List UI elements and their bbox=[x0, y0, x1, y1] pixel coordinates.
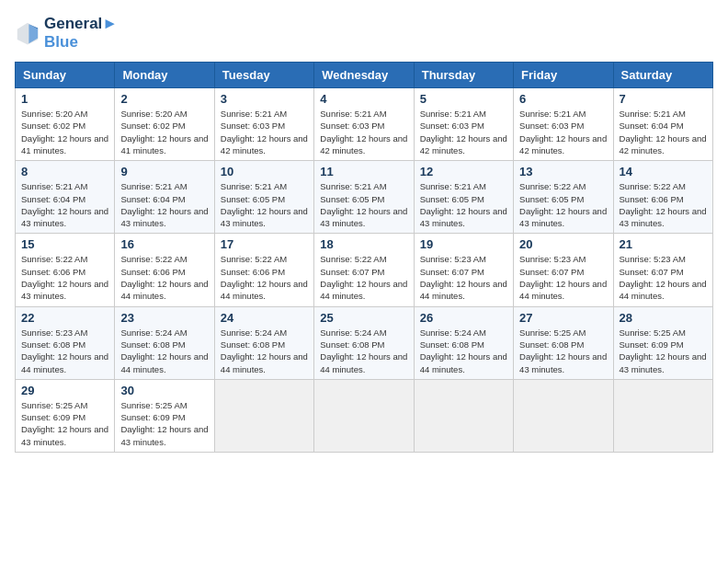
daylight-hours: Daylight: 12 hours and 42 minutes. bbox=[620, 132, 707, 157]
day-number: 30 bbox=[120, 384, 208, 397]
svg-marker-1 bbox=[28, 24, 38, 43]
day-number: 9 bbox=[120, 165, 208, 178]
daylight-hours: Daylight: 12 hours and 44 minutes. bbox=[420, 278, 507, 303]
calendar-day-cell: 7 Sunrise: 5:21 AM Sunset: 6:04 PM Dayli… bbox=[613, 88, 712, 161]
sunset-time: Sunset: 6:07 PM bbox=[320, 266, 407, 278]
calendar-day-cell: 13 Sunrise: 5:22 AM Sunset: 6:05 PM Dayl… bbox=[514, 161, 613, 234]
calendar-day-cell bbox=[214, 379, 313, 452]
calendar-day-cell: 25 Sunrise: 5:24 AM Sunset: 6:08 PM Dayl… bbox=[314, 306, 414, 379]
day-info: Sunrise: 5:21 AM Sunset: 6:04 PM Dayligh… bbox=[120, 180, 208, 229]
day-info: Sunrise: 5:25 AM Sunset: 6:09 PM Dayligh… bbox=[620, 327, 707, 375]
day-number: 25 bbox=[320, 311, 407, 325]
day-info: Sunrise: 5:21 AM Sunset: 6:05 PM Dayligh… bbox=[221, 180, 308, 229]
daylight-hours: Daylight: 12 hours and 44 minutes. bbox=[120, 350, 208, 375]
calendar-day-cell: 30 Sunrise: 5:25 AM Sunset: 6:09 PM Dayl… bbox=[115, 379, 214, 452]
calendar-day-cell: 18 Sunrise: 5:22 AM Sunset: 6:07 PM Dayl… bbox=[314, 234, 414, 306]
sunrise-time: Sunrise: 5:21 AM bbox=[21, 180, 108, 192]
calendar-day-cell bbox=[613, 379, 712, 452]
sunset-time: Sunset: 6:09 PM bbox=[21, 411, 108, 423]
calendar-day-cell: 21 Sunrise: 5:23 AM Sunset: 6:07 PM Dayl… bbox=[613, 234, 712, 306]
day-info: Sunrise: 5:23 AM Sunset: 6:07 PM Dayligh… bbox=[620, 253, 707, 302]
day-info: Sunrise: 5:22 AM Sunset: 6:05 PM Dayligh… bbox=[519, 180, 607, 229]
sunrise-time: Sunrise: 5:23 AM bbox=[21, 327, 108, 339]
day-info: Sunrise: 5:24 AM Sunset: 6:08 PM Dayligh… bbox=[120, 327, 208, 375]
day-number: 3 bbox=[221, 92, 308, 106]
sunset-time: Sunset: 6:04 PM bbox=[120, 193, 208, 205]
day-number: 12 bbox=[420, 165, 507, 178]
sunrise-time: Sunrise: 5:23 AM bbox=[420, 253, 507, 265]
day-number: 10 bbox=[221, 165, 308, 178]
sunrise-time: Sunrise: 5:22 AM bbox=[620, 180, 707, 192]
calendar-day-cell bbox=[414, 379, 513, 452]
day-info: Sunrise: 5:20 AM Sunset: 6:02 PM Dayligh… bbox=[21, 108, 108, 156]
day-number: 28 bbox=[620, 311, 707, 325]
day-info: Sunrise: 5:21 AM Sunset: 6:03 PM Dayligh… bbox=[221, 108, 308, 156]
daylight-hours: Daylight: 12 hours and 44 minutes. bbox=[620, 278, 707, 303]
daylight-hours: Daylight: 12 hours and 44 minutes. bbox=[120, 278, 208, 303]
calendar-day-cell bbox=[314, 379, 414, 452]
calendar-day-cell: 24 Sunrise: 5:24 AM Sunset: 6:08 PM Dayl… bbox=[214, 306, 313, 379]
day-number: 16 bbox=[120, 237, 208, 251]
sunset-time: Sunset: 6:08 PM bbox=[519, 339, 607, 350]
sunrise-time: Sunrise: 5:21 AM bbox=[320, 180, 407, 192]
sunset-time: Sunset: 6:08 PM bbox=[221, 339, 308, 350]
sunrise-time: Sunrise: 5:22 AM bbox=[120, 253, 208, 265]
day-info: Sunrise: 5:21 AM Sunset: 6:04 PM Dayligh… bbox=[21, 180, 108, 229]
calendar-day-cell: 15 Sunrise: 5:22 AM Sunset: 6:06 PM Dayl… bbox=[16, 234, 115, 306]
day-number: 11 bbox=[320, 165, 407, 178]
sunset-time: Sunset: 6:08 PM bbox=[120, 339, 208, 350]
day-info: Sunrise: 5:21 AM Sunset: 6:04 PM Dayligh… bbox=[620, 108, 707, 156]
daylight-hours: Daylight: 12 hours and 44 minutes. bbox=[519, 278, 607, 303]
day-info: Sunrise: 5:25 AM Sunset: 6:09 PM Dayligh… bbox=[21, 399, 108, 448]
sunset-time: Sunset: 6:06 PM bbox=[221, 266, 308, 278]
sunrise-time: Sunrise: 5:21 AM bbox=[320, 108, 407, 120]
day-number: 7 bbox=[620, 92, 707, 106]
daylight-hours: Daylight: 12 hours and 43 minutes. bbox=[21, 278, 108, 303]
day-info: Sunrise: 5:25 AM Sunset: 6:08 PM Dayligh… bbox=[519, 327, 607, 375]
sunset-time: Sunset: 6:08 PM bbox=[320, 339, 407, 350]
daylight-hours: Daylight: 12 hours and 44 minutes. bbox=[420, 350, 507, 375]
sunset-time: Sunset: 6:05 PM bbox=[420, 193, 507, 205]
daylight-hours: Daylight: 12 hours and 43 minutes. bbox=[519, 205, 607, 230]
calendar-day-cell: 17 Sunrise: 5:22 AM Sunset: 6:06 PM Dayl… bbox=[214, 234, 313, 306]
daylight-hours: Daylight: 12 hours and 44 minutes. bbox=[320, 278, 407, 303]
daylight-hours: Daylight: 12 hours and 42 minutes. bbox=[221, 132, 308, 157]
day-info: Sunrise: 5:23 AM Sunset: 6:07 PM Dayligh… bbox=[420, 253, 507, 302]
sunrise-time: Sunrise: 5:24 AM bbox=[120, 327, 208, 339]
day-info: Sunrise: 5:24 AM Sunset: 6:08 PM Dayligh… bbox=[420, 327, 507, 375]
logo: General► Blue bbox=[15, 15, 118, 51]
calendar-day-cell: 23 Sunrise: 5:24 AM Sunset: 6:08 PM Dayl… bbox=[115, 306, 214, 379]
daylight-hours: Daylight: 12 hours and 41 minutes. bbox=[21, 132, 108, 157]
sunrise-time: Sunrise: 5:25 AM bbox=[620, 327, 707, 339]
sunset-time: Sunset: 6:06 PM bbox=[620, 193, 707, 205]
calendar-header-tuesday: Tuesday bbox=[214, 63, 313, 88]
sunrise-time: Sunrise: 5:25 AM bbox=[21, 399, 108, 411]
sunrise-time: Sunrise: 5:21 AM bbox=[221, 108, 308, 120]
sunrise-time: Sunrise: 5:25 AM bbox=[519, 327, 607, 339]
sunrise-time: Sunrise: 5:21 AM bbox=[620, 108, 707, 120]
day-number: 14 bbox=[620, 165, 707, 178]
sunset-time: Sunset: 6:06 PM bbox=[21, 266, 108, 278]
logo-icon bbox=[15, 20, 40, 46]
day-number: 17 bbox=[221, 237, 308, 251]
calendar-day-cell: 29 Sunrise: 5:25 AM Sunset: 6:09 PM Dayl… bbox=[16, 379, 115, 452]
sunset-time: Sunset: 6:07 PM bbox=[519, 266, 607, 278]
day-number: 18 bbox=[320, 237, 407, 251]
daylight-hours: Daylight: 12 hours and 43 minutes. bbox=[221, 205, 308, 230]
day-number: 27 bbox=[519, 311, 607, 325]
day-number: 26 bbox=[420, 311, 507, 325]
sunset-time: Sunset: 6:07 PM bbox=[420, 266, 507, 278]
calendar: SundayMondayTuesdayWednesdayThursdayFrid… bbox=[15, 62, 713, 453]
day-number: 20 bbox=[519, 237, 607, 251]
calendar-day-cell: 26 Sunrise: 5:24 AM Sunset: 6:08 PM Dayl… bbox=[414, 306, 513, 379]
sunset-time: Sunset: 6:05 PM bbox=[519, 193, 607, 205]
daylight-hours: Daylight: 12 hours and 41 minutes. bbox=[120, 132, 208, 157]
calendar-header-wednesday: Wednesday bbox=[314, 63, 414, 88]
daylight-hours: Daylight: 12 hours and 44 minutes. bbox=[221, 350, 308, 375]
day-info: Sunrise: 5:21 AM Sunset: 6:03 PM Dayligh… bbox=[519, 108, 607, 156]
calendar-header-friday: Friday bbox=[514, 63, 613, 88]
daylight-hours: Daylight: 12 hours and 42 minutes. bbox=[320, 132, 407, 157]
sunrise-time: Sunrise: 5:23 AM bbox=[519, 253, 607, 265]
calendar-week-row: 15 Sunrise: 5:22 AM Sunset: 6:06 PM Dayl… bbox=[16, 234, 713, 306]
calendar-day-cell: 2 Sunrise: 5:20 AM Sunset: 6:02 PM Dayli… bbox=[115, 88, 214, 161]
